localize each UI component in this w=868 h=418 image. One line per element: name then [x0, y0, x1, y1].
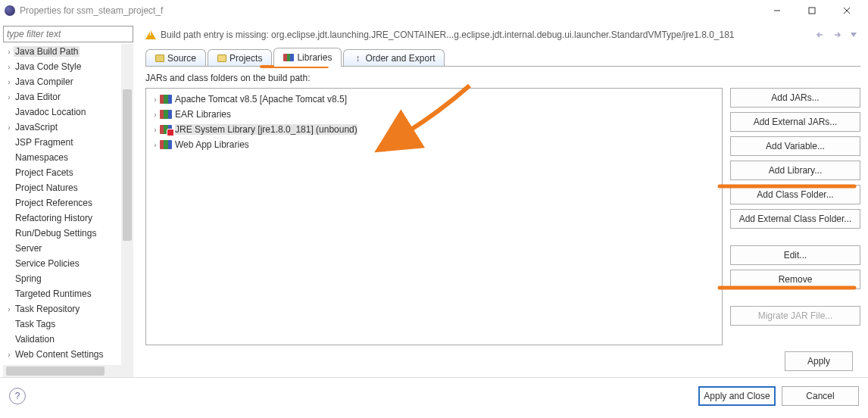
- minimize-button[interactable]: [760, 1, 794, 20]
- add-class-folder-button[interactable]: Add Class Folder...: [730, 185, 860, 204]
- app-icon: [5, 5, 15, 16]
- library-item[interactable]: ›EAR Libraries: [151, 107, 722, 122]
- sidebar-item[interactable]: Service Policies: [3, 256, 133, 271]
- tab-label: Projects: [229, 53, 262, 64]
- tab-libraries[interactable]: Libraries: [273, 48, 342, 66]
- svg-rect-1: [809, 8, 815, 14]
- library-item[interactable]: ›Apache Tomcat v8.5 [Apache Tomcat v8.5]: [151, 92, 722, 107]
- library-icon: [160, 125, 172, 134]
- sidebar-item[interactable]: ›Java Compiler: [3, 74, 133, 89]
- add-external-jars-button[interactable]: Add External JARs...: [730, 112, 860, 132]
- sidebar-item[interactable]: Server: [3, 241, 133, 256]
- maximize-button[interactable]: [795, 1, 829, 20]
- add-library-button[interactable]: Add Library...: [730, 161, 860, 180]
- library-label: EAR Libraries: [175, 109, 231, 120]
- sidebar-item[interactable]: ›Java Code Style: [3, 59, 133, 74]
- sidebar-item[interactable]: ›Java Build Path: [3, 44, 133, 59]
- library-label: Web App Libraries: [175, 139, 249, 150]
- sidebar-item[interactable]: JSP Fragment: [3, 135, 133, 150]
- warning-text: Build path entry is missing: org.eclipse…: [161, 30, 735, 40]
- apply-button[interactable]: Apply: [785, 351, 853, 371]
- edit-button[interactable]: Edit...: [730, 245, 860, 265]
- sidebar-item-label: Javadoc Location: [14, 107, 87, 117]
- footer: ? Apply and Close Cancel: [0, 377, 868, 413]
- sidebar-item[interactable]: Project Natures: [3, 180, 133, 195]
- chevron-right-icon: ›: [5, 93, 14, 101]
- sidebar-item[interactable]: Run/Debug Settings: [3, 226, 133, 241]
- sidebar-item[interactable]: ›Task Repository: [3, 301, 133, 317]
- library-icon: [160, 95, 172, 104]
- sidebar-item[interactable]: ›Java Editor: [3, 89, 133, 104]
- tab-order-and-export[interactable]: ↕Order and Export: [343, 49, 445, 66]
- sidebar-item-label: JSP Fragment: [14, 137, 74, 148]
- chevron-right-icon: ›: [5, 305, 14, 314]
- projects-icon: [217, 55, 226, 62]
- sidebar-item[interactable]: Project References: [3, 195, 133, 211]
- sidebar-item-label: Java Code Style: [14, 61, 83, 72]
- chevron-right-icon: ›: [5, 123, 14, 132]
- sidebar-item[interactable]: Javadoc Location: [3, 104, 133, 120]
- warning-row: Build path entry is missing: org.eclipse…: [145, 26, 860, 44]
- chevron-right-icon: ›: [151, 95, 160, 104]
- sidebar-item-label: Run/Debug Settings: [14, 228, 98, 239]
- warning-icon: [145, 30, 156, 39]
- sidebar-item-label: Java Compiler: [14, 76, 75, 87]
- sidebar-item-label: Refactoring History: [14, 213, 94, 223]
- tab-label: Libraries: [297, 52, 332, 63]
- nav-forward-icon[interactable]: [830, 29, 844, 41]
- filter-input[interactable]: [3, 26, 133, 42]
- tab-projects[interactable]: Projects: [208, 49, 272, 66]
- sidebar-item-label: JavaScript: [14, 122, 59, 133]
- sidebar-scrollbar[interactable]: [121, 44, 133, 365]
- add-variable-button[interactable]: Add Variable...: [730, 136, 860, 156]
- add-jars-button[interactable]: Add JARs...: [730, 88, 860, 108]
- sidebar-item[interactable]: Targeted Runtimes: [3, 286, 133, 301]
- sidebar: ›Java Build Path›Java Code Style›Java Co…: [0, 21, 136, 377]
- tab-bar: SourceProjectsLibraries↕Order and Export: [145, 47, 860, 67]
- tab-label: Order and Export: [365, 53, 435, 64]
- sidebar-item[interactable]: ›Web Content Settings: [3, 347, 133, 362]
- sidebar-item[interactable]: Refactoring History: [3, 211, 133, 226]
- library-icon: [283, 54, 294, 61]
- sidebar-item[interactable]: Spring: [3, 271, 133, 286]
- sidebar-item[interactable]: Project Facets: [3, 165, 133, 180]
- sidebar-item[interactable]: Validation: [3, 332, 133, 347]
- libraries-tree[interactable]: ›Apache Tomcat v8.5 [Apache Tomcat v8.5]…: [145, 88, 723, 345]
- sidebar-item-label: Task Repository: [14, 304, 81, 314]
- sidebar-item[interactable]: Task Tags: [3, 317, 133, 332]
- sidebar-hscroll[interactable]: [3, 365, 133, 377]
- library-label: Apache Tomcat v8.5 [Apache Tomcat v8.5]: [175, 94, 347, 104]
- chevron-right-icon: ›: [5, 78, 14, 86]
- svg-marker-4: [851, 33, 857, 37]
- sidebar-item-label: Service Policies: [14, 258, 81, 269]
- cancel-button[interactable]: Cancel: [782, 386, 859, 406]
- sidebar-item[interactable]: ›JavaScript: [3, 120, 133, 135]
- title-bar: Properties for ssm_steam_project_f: [0, 0, 868, 21]
- apply-and-close-button[interactable]: Apply and Close: [698, 386, 776, 406]
- library-item[interactable]: ›JRE System Library [jre1.8.0_181] (unbo…: [151, 122, 722, 137]
- library-label: JRE System Library [jre1.8.0_181] (unbou…: [175, 124, 358, 135]
- source-folder-icon: [155, 55, 164, 62]
- add-external-class-folder-button[interactable]: Add External Class Folder...: [730, 209, 860, 229]
- nav-back-icon[interactable]: [813, 29, 827, 41]
- sidebar-item-label: Project Facets: [14, 167, 75, 178]
- sidebar-item-label: Namespaces: [14, 152, 70, 163]
- chevron-right-icon: ›: [5, 48, 14, 56]
- chevron-right-icon: ›: [151, 111, 160, 119]
- migrate-jar-button[interactable]: Migrate JAR File...: [730, 306, 860, 326]
- nav-menu-icon[interactable]: [847, 29, 860, 41]
- library-item[interactable]: ›Web App Libraries: [151, 137, 722, 152]
- close-button[interactable]: [830, 1, 863, 20]
- sidebar-item-label: Java Build Path: [14, 46, 80, 57]
- category-tree[interactable]: ›Java Build Path›Java Code Style›Java Co…: [3, 44, 133, 365]
- help-icon[interactable]: ?: [9, 388, 26, 404]
- chevron-right-icon: ›: [5, 63, 14, 71]
- tab-source[interactable]: Source: [145, 49, 206, 66]
- sidebar-item[interactable]: Namespaces: [3, 150, 133, 165]
- libs-heading: JARs and class folders on the build path…: [145, 73, 860, 83]
- order-export-icon: ↕: [353, 55, 362, 62]
- remove-button[interactable]: Remove: [730, 270, 860, 289]
- sidebar-item-label: Targeted Runtimes: [14, 289, 93, 299]
- page-nav: [813, 29, 860, 41]
- library-icon: [160, 140, 172, 149]
